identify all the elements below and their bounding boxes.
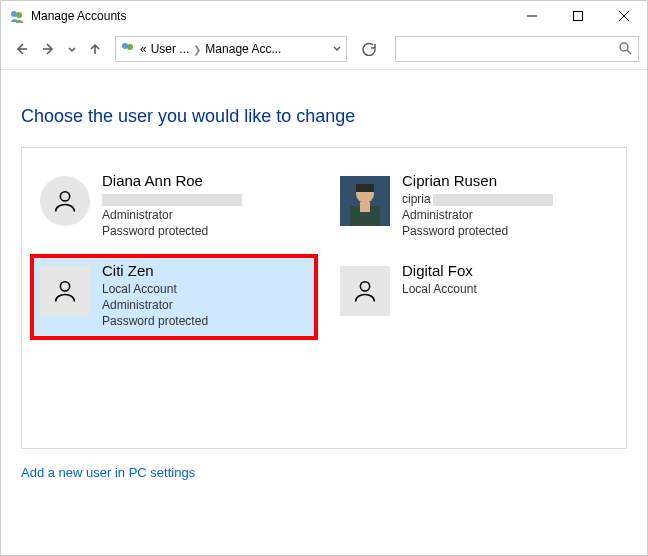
account-protection: Password protected <box>102 313 208 329</box>
svg-point-1 <box>16 12 22 18</box>
chevron-right-icon[interactable]: ❯ <box>193 44 201 55</box>
account-info: Digital Fox Local Account <box>402 262 477 332</box>
search-input[interactable] <box>402 41 618 57</box>
account-type: Local Account <box>402 281 477 297</box>
address-icon <box>120 40 136 59</box>
redacted-text <box>102 194 242 206</box>
refresh-button[interactable] <box>355 36 383 62</box>
address-dropdown-button[interactable] <box>332 42 342 56</box>
avatar <box>40 176 90 226</box>
account-email: cipria <box>402 191 553 207</box>
account-protection: Password protected <box>402 223 553 239</box>
avatar-photo <box>340 176 390 226</box>
svg-rect-15 <box>356 184 374 192</box>
window-controls <box>509 1 647 31</box>
svg-rect-17 <box>360 202 370 212</box>
svg-line-11 <box>627 50 631 54</box>
minimize-button[interactable] <box>509 1 555 31</box>
avatar <box>340 266 390 316</box>
svg-point-19 <box>360 282 369 291</box>
window-title: Manage Accounts <box>31 9 126 23</box>
account-card[interactable]: Digital Fox Local Account <box>334 258 614 336</box>
address-bar[interactable]: « User ... ❯ Manage Acc... <box>115 36 347 62</box>
page-heading: Choose the user you would like to change <box>21 106 627 127</box>
account-name: Digital Fox <box>402 262 477 279</box>
account-email <box>102 191 242 207</box>
forward-button[interactable] <box>37 37 61 61</box>
recent-locations-button[interactable] <box>65 37 79 61</box>
account-protection: Password protected <box>102 223 242 239</box>
account-card[interactable]: Diana Ann Roe Administrator Password pro… <box>34 168 314 246</box>
account-name: Diana Ann Roe <box>102 172 242 189</box>
account-info: Diana Ann Roe Administrator Password pro… <box>102 172 242 242</box>
title-bar: Manage Accounts <box>1 1 647 31</box>
up-button[interactable] <box>83 37 107 61</box>
svg-point-12 <box>60 192 69 201</box>
svg-point-18 <box>60 282 69 291</box>
account-role: Administrator <box>102 207 242 223</box>
breadcrumb-item[interactable]: Manage Acc... <box>205 42 281 56</box>
breadcrumb-item[interactable]: User ... <box>151 42 190 56</box>
account-type: Local Account <box>102 281 208 297</box>
search-box[interactable] <box>395 36 639 62</box>
account-name: Citi Zen <box>102 262 208 279</box>
navigation-toolbar: « User ... ❯ Manage Acc... <box>1 31 647 67</box>
svg-point-0 <box>11 11 17 17</box>
svg-point-8 <box>122 43 128 49</box>
back-button[interactable] <box>9 37 33 61</box>
account-info: Ciprian Rusen cipria Administrator Passw… <box>402 172 553 242</box>
accounts-grid: Diana Ann Roe Administrator Password pro… <box>34 168 614 336</box>
account-name: Ciprian Rusen <box>402 172 553 189</box>
close-button[interactable] <box>601 1 647 31</box>
account-card-selected[interactable]: Citi Zen Local Account Administrator Pas… <box>34 258 314 336</box>
redacted-text <box>433 194 553 206</box>
account-role: Administrator <box>402 207 553 223</box>
account-role: Administrator <box>102 297 208 313</box>
svg-point-9 <box>127 44 133 50</box>
account-card[interactable]: Ciprian Rusen cipria Administrator Passw… <box>334 168 614 246</box>
maximize-button[interactable] <box>555 1 601 31</box>
content-area: Choose the user you would like to change… <box>1 70 647 490</box>
search-icon[interactable] <box>618 41 632 58</box>
svg-point-10 <box>620 43 628 51</box>
accounts-panel: Diana Ann Roe Administrator Password pro… <box>21 147 627 449</box>
app-icon <box>9 8 25 24</box>
avatar <box>40 266 90 316</box>
breadcrumb-prefix: « <box>140 42 147 56</box>
add-user-link[interactable]: Add a new user in PC settings <box>21 465 195 480</box>
svg-rect-3 <box>574 12 583 21</box>
account-info: Citi Zen Local Account Administrator Pas… <box>102 262 208 332</box>
